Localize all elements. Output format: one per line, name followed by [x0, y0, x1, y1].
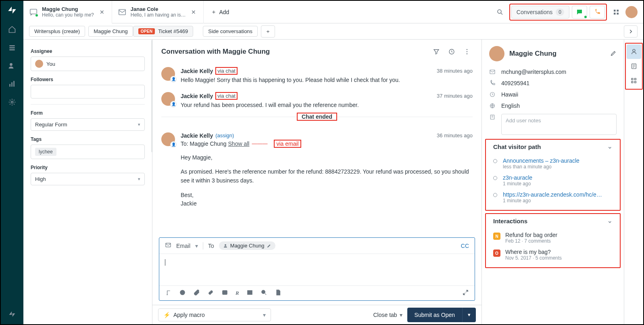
conversations-button[interactable]: Conversations 0 — [511, 6, 569, 19]
tab-ticket-maggie[interactable]: Maggie Chung Hello, can you help me? ✕ — [23, 1, 112, 23]
tags-field[interactable]: lychee — [31, 145, 145, 159]
knowledge-icon[interactable] — [627, 59, 641, 73]
message-author: Jackie Kelly — [181, 132, 213, 139]
user-notes-field[interactable]: Add user notes — [501, 114, 617, 135]
add-side-conversation-button[interactable]: ＋ — [261, 25, 275, 38]
visitor-path-link[interactable]: Announcements – z3n-auracle — [503, 157, 579, 164]
visitor-path-link[interactable]: https://z3n-auracle.zendesk.com/hc/en… — [503, 191, 604, 198]
customer-phone[interactable]: 409295941 — [501, 80, 529, 86]
document-icon[interactable] — [275, 289, 281, 297]
expand-panel-button[interactable] — [624, 25, 638, 38]
apps-icon[interactable] — [609, 5, 623, 19]
timeline-dot-icon — [493, 193, 497, 197]
svg-point-10 — [498, 10, 501, 13]
channel-badge-icon: 👤 — [170, 101, 177, 107]
apps-panel-icon[interactable] — [627, 73, 641, 88]
compose-toolbar: R — [159, 285, 475, 300]
followers-field[interactable] — [31, 85, 145, 99]
visitor-path-heading: Chat visitor path — [493, 143, 541, 150]
reporting-icon[interactable] — [8, 80, 16, 89]
visitor-path-meta: 1 minute ago — [503, 198, 604, 203]
chevron-down-icon: ▾ — [195, 243, 198, 249]
user-context-icon[interactable] — [627, 44, 641, 59]
compose-channel-select[interactable]: Email — [176, 243, 190, 249]
customer-email[interactable]: mchung@writersplus.com — [501, 69, 566, 75]
channel-badge-icon: 👤 — [170, 141, 177, 148]
cc-button[interactable]: CC — [461, 243, 469, 249]
code-icon[interactable] — [221, 289, 228, 297]
filter-icon[interactable] — [431, 46, 442, 57]
tag-chip[interactable]: lychee — [35, 148, 56, 156]
views-icon[interactable] — [8, 44, 16, 53]
customer-language: English — [501, 103, 520, 109]
history-icon[interactable] — [446, 46, 457, 57]
side-conversations-label: Side conversations — [208, 28, 252, 34]
attachment-icon[interactable] — [193, 289, 200, 297]
expand-compose-icon[interactable] — [462, 289, 469, 297]
signature-icon[interactable]: R — [236, 290, 239, 296]
submit-button[interactable]: Submit as Open — [407, 308, 462, 322]
zendesk-mark-icon[interactable] — [8, 310, 16, 319]
edit-icon[interactable] — [610, 50, 617, 58]
chevron-down-icon[interactable]: ⌄ — [607, 217, 613, 224]
talk-channel-button[interactable] — [590, 6, 605, 19]
profile-avatar[interactable] — [625, 6, 638, 18]
link-icon[interactable] — [207, 289, 214, 297]
message-item-email: 👤 Jackie Kelly (assign) 36 minutes ago T… — [161, 129, 473, 213]
svg-point-16 — [467, 49, 467, 50]
visitor-path-link[interactable]: z3n-auracle — [503, 174, 532, 181]
apply-macro-button[interactable]: ⚡ Apply macro ▾ — [158, 308, 271, 321]
message-body: Hello Maggie! Sorry that this is happeni… — [181, 75, 473, 84]
interaction-item[interactable]: O Where is my bag?Nov 5. 2017 · 5 commen… — [493, 246, 613, 263]
form-select[interactable]: Regular Form ▾ — [31, 118, 145, 131]
search-kb-icon[interactable] — [261, 289, 267, 297]
customer-email-row: mchung@writersplus.com — [482, 66, 624, 78]
interactions-heading: Interactions — [493, 218, 527, 224]
avatar: 👤 — [161, 92, 175, 106]
priority-select[interactable]: High ▾ — [31, 173, 145, 185]
interaction-item[interactable]: N Refund for bag orderFeb 12 · 7 comment… — [493, 229, 613, 246]
add-tab-button[interactable]: ＋ Add — [204, 1, 236, 23]
interaction-meta: Feb 12 · 7 comments — [505, 238, 557, 244]
close-icon[interactable]: ✕ — [190, 7, 198, 17]
message-item: 👤 Jackie Kelly via chat 38 minutes ago H… — [161, 64, 473, 89]
side-conversations-button[interactable]: Side conversations — [203, 26, 258, 37]
customers-icon[interactable] — [8, 62, 16, 71]
breadcrumb-org[interactable]: Writersplus (create) — [29, 26, 85, 37]
avatar: 👤 — [161, 132, 175, 146]
visitor-path-item[interactable]: z3n-auracle1 minute ago — [493, 172, 613, 189]
breadcrumb-ticket[interactable]: OPEN Ticket #5469 — [133, 26, 194, 37]
text-format-icon[interactable] — [165, 289, 172, 297]
emoji-icon[interactable] — [179, 289, 186, 297]
zendesk-logo-icon[interactable] — [7, 5, 17, 17]
email-greeting: Hey Maggie, — [181, 153, 473, 162]
customer-location: Hawaii — [501, 91, 518, 98]
submit-menu-button[interactable]: ▾ — [462, 308, 476, 322]
compose-textarea[interactable] — [159, 254, 475, 285]
breadcrumb-org-label: Writersplus (create) — [34, 28, 80, 34]
more-icon[interactable] — [461, 46, 473, 57]
breadcrumb-requester[interactable]: Maggie Chung — [88, 26, 133, 37]
show-all-link[interactable]: Show all — [228, 140, 250, 147]
close-icon[interactable]: ✕ — [98, 7, 106, 17]
home-icon[interactable] — [8, 25, 16, 35]
table-icon[interactable] — [246, 289, 253, 297]
recipient-chip[interactable]: Maggie Chung — [219, 241, 276, 250]
svg-rect-13 — [614, 13, 616, 15]
visitor-path-item[interactable]: Announcements – z3n-auracleless than a m… — [493, 155, 613, 172]
edit-icon[interactable] — [267, 243, 271, 248]
close-tab-button[interactable]: Close tab ▾ — [373, 312, 402, 318]
visitor-path-item[interactable]: https://z3n-auracle.zendesk.com/hc/en…1 … — [493, 189, 613, 206]
assignee-field[interactable]: You — [31, 57, 145, 71]
admin-icon[interactable] — [8, 98, 16, 107]
chat-channel-button[interactable] — [572, 6, 587, 19]
search-icon[interactable] — [493, 5, 507, 19]
assign-link[interactable]: (assign) — [215, 132, 234, 138]
submit-label: Submit as Open — [415, 312, 455, 318]
phone-icon — [489, 80, 496, 86]
tab-subtitle: Hello, I am having an is… — [131, 12, 186, 18]
priority-label: Priority — [31, 165, 145, 170]
tab-ticket-janae[interactable]: Janae Cole Hello, I am having an is… ✕ — [112, 1, 204, 23]
svg-point-26 — [262, 290, 265, 294]
chevron-down-icon[interactable]: ⌄ — [607, 143, 613, 150]
